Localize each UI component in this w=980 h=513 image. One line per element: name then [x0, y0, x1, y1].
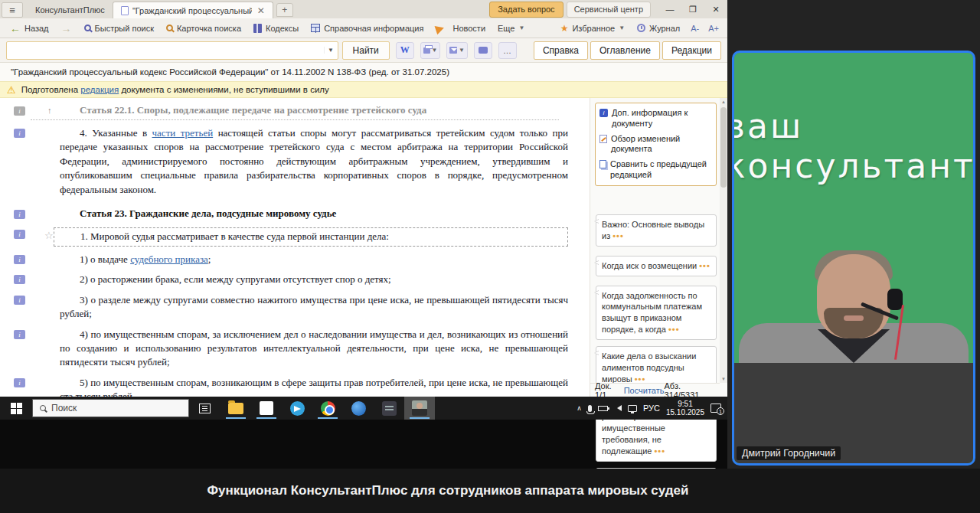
related-item[interactable]: Когда задолженность по коммунальным плат…: [596, 286, 717, 340]
ellipsis-icon: …: [503, 46, 512, 55]
article-23-heading: Статья 23. Гражданские дела, подсудные м…: [60, 207, 568, 220]
news-button[interactable]: Новости: [430, 21, 491, 35]
search-card-label: Карточка поиска: [177, 24, 241, 33]
warning-icon: ⚠: [7, 85, 16, 95]
consultant-app-icon[interactable]: [374, 397, 404, 420]
changes-review-link[interactable]: Обзор изменений документа: [599, 134, 712, 155]
file-explorer-icon[interactable]: [220, 397, 251, 420]
tab-document[interactable]: "Гражданский процессуальный кодекс Р... …: [113, 2, 273, 18]
notification-center-icon[interactable]: 1: [710, 404, 721, 413]
volume-icon[interactable]: [614, 405, 622, 411]
search-input[interactable]: [7, 43, 324, 58]
codes-button[interactable]: Кодексы: [248, 21, 304, 35]
document-buttons: Справка Оглавление Редакции: [531, 41, 721, 60]
forward-button[interactable]: →: [56, 21, 77, 36]
panel-scrollbar[interactable]: ▲ ▼: [720, 98, 727, 383]
chevron-down-icon: ▼: [459, 47, 465, 54]
right-panel: i Доп. информация к документу Обзор изме…: [590, 98, 727, 397]
minimize-button[interactable]: —: [658, 1, 681, 18]
related-item-text: Какие дела о взыскании алиментов подсудн…: [602, 351, 696, 384]
speaker-video[interactable]: ваш консультант Дмитрий Городничий: [732, 51, 975, 466]
more-dots: •••: [699, 261, 710, 270]
court-order-link[interactable]: судебного приказа: [130, 253, 208, 265]
count-link[interactable]: Посчитать: [624, 386, 665, 395]
info-bubble-icon[interactable]: i: [14, 330, 25, 339]
info-bubble-icon[interactable]: i: [14, 210, 25, 219]
more-actions-button[interactable]: …: [498, 42, 517, 59]
date: 15.10.2025: [666, 408, 704, 417]
more-button[interactable]: Еще ▼: [492, 21, 530, 35]
back-label: Назад: [24, 24, 49, 33]
search-dropdown-button[interactable]: ▼: [324, 47, 338, 54]
quick-search-label: Быстрый поиск: [95, 24, 154, 33]
battery-icon[interactable]: [598, 406, 608, 411]
restore-button[interactable]: ❐: [681, 1, 704, 18]
scroll-up-icon[interactable]: ▲: [720, 100, 727, 104]
info-bubble-icon[interactable]: i: [14, 255, 25, 264]
telegram-icon[interactable]: [282, 397, 312, 420]
find-button[interactable]: Найти: [342, 41, 390, 60]
service-center-button[interactable]: Сервисный центр: [567, 2, 651, 18]
ask-question-button[interactable]: Задать вопрос: [489, 2, 563, 18]
info-bubble-icon[interactable]: i: [14, 230, 25, 239]
taskbar-search[interactable]: Поиск: [32, 399, 189, 417]
editions-button[interactable]: Редакции: [662, 41, 721, 60]
back-button[interactable]: ← Назад: [5, 21, 54, 36]
consultantplus-window: ≡ КонсультантПлюс "Гражданский процессуа…: [0, 0, 727, 397]
send-button[interactable]: ▼: [446, 42, 467, 59]
up-arrow-icon[interactable]: ↑: [47, 106, 52, 115]
additional-info-link[interactable]: i Доп. информация к документу: [599, 108, 712, 129]
warning-redaction-link[interactable]: редакция: [80, 85, 119, 94]
more-dots: •••: [655, 446, 666, 456]
related-item[interactable]: Важно: Основные выводы из •••: [596, 214, 717, 247]
close-button[interactable]: ✕: [704, 1, 727, 18]
favorites-button[interactable]: ★ Избранное ▼: [555, 21, 630, 36]
quick-search-button[interactable]: Быстрый поиск: [79, 21, 159, 35]
comment-button[interactable]: [474, 42, 492, 59]
hidden-icons-chevron[interactable]: ∧: [577, 404, 582, 412]
selected-fragment-box[interactable]: 1. Мировой судья рассматривает в качеств…: [54, 227, 568, 246]
chrome-icon[interactable]: [312, 397, 343, 420]
search-box: ▼: [6, 41, 338, 60]
font-decrease-button[interactable]: A-: [687, 21, 703, 35]
task-view-button[interactable]: [199, 404, 211, 413]
scroll-down-icon[interactable]: ▼: [720, 377, 727, 381]
print-button[interactable]: ▼: [420, 42, 441, 59]
start-button[interactable]: [0, 397, 32, 420]
language-indicator[interactable]: РУС: [643, 404, 660, 413]
browser-sphere-icon[interactable]: [343, 397, 374, 420]
tab-bar: ≡ КонсультантПлюс "Гражданский процессуа…: [0, 0, 727, 18]
toc-button[interactable]: Оглавление: [590, 41, 660, 60]
taskbar-clock[interactable]: 9:51 15.10.2025: [666, 400, 704, 417]
tab-close-icon[interactable]: ✕: [256, 5, 265, 16]
journal-button[interactable]: Журнал: [632, 21, 685, 35]
part-three-link[interactable]: части третьей: [152, 127, 214, 139]
titlebar-right: Задать вопрос Сервисный центр — ❐ ✕: [489, 0, 727, 18]
new-tab-button[interactable]: +: [276, 3, 293, 17]
help-button[interactable]: Справка: [534, 41, 588, 60]
microphone-icon[interactable]: [588, 405, 592, 412]
reference-info-button[interactable]: Справочная информация: [305, 21, 429, 35]
chevron-down-icon: ▼: [518, 25, 524, 31]
pencil-page-icon: [599, 135, 607, 143]
font-increase-button[interactable]: A+: [704, 21, 723, 35]
video-app-icon[interactable]: [404, 397, 435, 420]
export-word-button[interactable]: W: [396, 42, 414, 59]
scrollbar-thumb[interactable]: [720, 107, 727, 188]
store-icon[interactable]: [251, 397, 282, 420]
info-bubble-icon[interactable]: i: [14, 129, 25, 138]
info-bubble-icon[interactable]: i: [14, 275, 25, 284]
headset-earcup: [887, 289, 903, 310]
tab-home[interactable]: КонсультантПлюс: [28, 2, 113, 18]
favorites-label: Избранное: [572, 24, 615, 33]
info-bubble-icon[interactable]: i: [14, 106, 25, 116]
search-card-button[interactable]: Карточка поиска: [161, 21, 247, 35]
main-menu-button[interactable]: ≡: [2, 2, 23, 18]
info-bubble-icon[interactable]: i: [14, 378, 25, 387]
favorite-star-icon[interactable]: ☆: [44, 230, 54, 242]
compare-edition-link[interactable]: Сравнить с предыдущей редакцией: [599, 159, 712, 181]
related-item[interactable]: Когда иск о возмещении •••: [596, 256, 717, 276]
article-23-row: i Статья 23. Гражданские дела, подсудные…: [0, 207, 590, 220]
network-icon[interactable]: [628, 405, 637, 412]
info-bubble-icon[interactable]: i: [14, 296, 25, 305]
